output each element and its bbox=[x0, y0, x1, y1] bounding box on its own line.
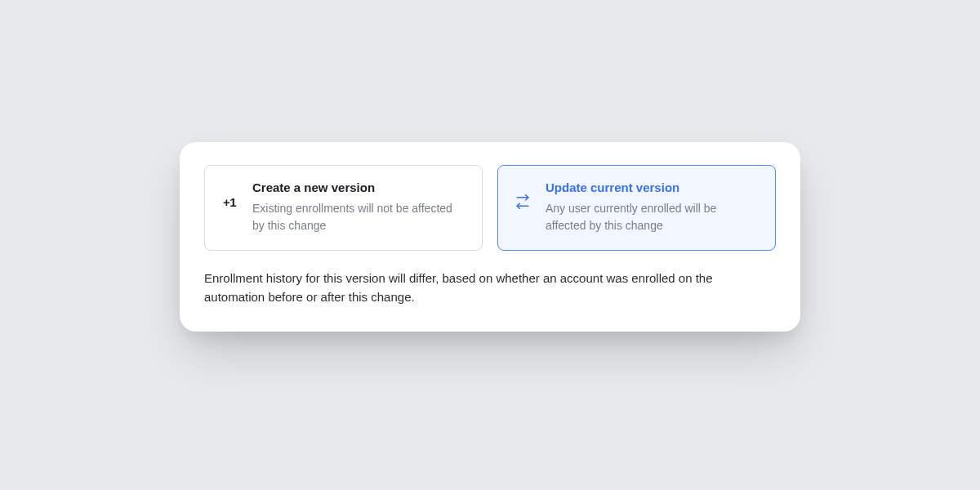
option-title: Create a new version bbox=[252, 180, 466, 194]
option-description: Any user currently enrolled will be affe… bbox=[546, 200, 759, 234]
version-change-card: +1 Create a new version Existing enrollm… bbox=[180, 142, 800, 331]
help-text: Enrollment history for this version will… bbox=[204, 269, 776, 307]
option-title: Update current version bbox=[546, 180, 759, 194]
update-current-version-option[interactable]: Update current version Any user currentl… bbox=[497, 165, 776, 251]
version-options: +1 Create a new version Existing enrollm… bbox=[204, 165, 776, 251]
create-new-version-option[interactable]: +1 Create a new version Existing enrollm… bbox=[204, 165, 483, 251]
plus-one-icon: +1 bbox=[220, 192, 239, 212]
option-description: Existing enrollments will not be affecte… bbox=[252, 200, 466, 234]
swap-icon bbox=[513, 192, 532, 212]
